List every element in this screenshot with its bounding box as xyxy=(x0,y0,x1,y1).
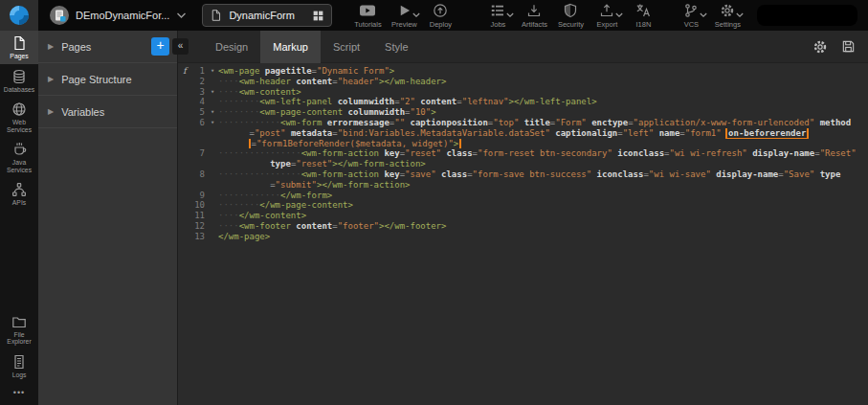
code-line[interactable]: ="post" metadata="bind:Variables.Metadat… xyxy=(178,128,868,139)
fold-arrow-icon[interactable]: ▾ xyxy=(207,87,218,98)
sidebar-item-logs[interactable]: Logs xyxy=(0,349,38,383)
gutter-spacer xyxy=(178,107,191,118)
code-line[interactable]: 12····<wm-footer content="footer"></wm-f… xyxy=(178,221,868,232)
tab-style[interactable]: Style xyxy=(372,31,420,63)
fold-arrow-icon[interactable]: ▾ xyxy=(207,66,218,77)
editor-settings-gear-icon[interactable] xyxy=(812,39,828,55)
code-line[interactable]: ="submit"></wm-form-action> xyxy=(178,180,868,191)
gutter-spacer xyxy=(178,97,191,107)
user-menu-redacted[interactable] xyxy=(757,5,857,26)
sidebar-item-file-explorer[interactable]: FileExplorer xyxy=(0,309,38,349)
code-line[interactable]: 5▾········<wm-page-content columnwidth="… xyxy=(178,107,868,118)
collapse-panel-button[interactable]: « xyxy=(172,38,189,55)
code-text: ············</wm-form> xyxy=(218,191,868,201)
video-icon xyxy=(359,3,376,18)
code-line[interactable]: 11····</wm-content> xyxy=(178,211,868,221)
gutter-spacer xyxy=(178,200,191,211)
sidebar-item-label: Pages xyxy=(10,53,28,60)
gutter-marker: f xyxy=(178,66,191,77)
fold-arrow-icon[interactable]: ▾ xyxy=(207,118,218,128)
chevron-down-icon xyxy=(700,12,707,18)
fold-spacer xyxy=(207,191,218,201)
topbar-action-deploy[interactable]: Deploy xyxy=(426,3,455,29)
project-selector[interactable]: DEmoDynamicFor... xyxy=(50,6,187,25)
code-text: ····<wm-footer content="footer"></wm-foo… xyxy=(218,221,868,232)
tab-design[interactable]: Design xyxy=(203,31,260,63)
code-line[interactable]: 4········<wm-left-panel columnwidth="2" … xyxy=(178,97,868,107)
sidebar-item-apis[interactable]: APIs xyxy=(0,177,38,211)
fold-arrow-icon[interactable]: ▾ xyxy=(207,107,218,118)
panel-section-label: Variables xyxy=(61,106,169,118)
code-line[interactable]: 10········</wm-page-content> xyxy=(178,200,868,211)
log-icon xyxy=(11,354,27,370)
code-line[interactable]: 8················<wm-form-action key="sa… xyxy=(178,169,868,180)
code-text: ="form1BeforeRender($metadata, widget)"> xyxy=(218,139,868,149)
add-page-button[interactable]: + xyxy=(151,37,169,56)
fold-spacer xyxy=(207,200,218,211)
code-line[interactable]: 7················<wm-form-action key="re… xyxy=(178,148,868,159)
topbar-action-tutorials[interactable]: Tutorials xyxy=(353,3,382,29)
topbar-action-vcs[interactable]: VCS xyxy=(677,3,705,29)
download-icon xyxy=(526,3,542,18)
sidebar-item-databases[interactable]: Databases xyxy=(0,64,38,98)
topbar-action-jobs[interactable]: Jobs xyxy=(483,3,512,29)
code-editor[interactable]: f1▾<wm-page pagetitle="Dynamic Form">2··… xyxy=(178,63,868,405)
tab-markup[interactable]: Markup xyxy=(260,31,321,63)
fold-spacer xyxy=(207,221,218,232)
page-tab-name: DynamicForm xyxy=(229,10,305,21)
topbar-action-i18n[interactable]: I18N xyxy=(629,3,657,29)
sidebar-item-label: Databases xyxy=(4,86,35,94)
upload-icon xyxy=(599,3,614,18)
line-number: 7 xyxy=(191,148,207,159)
fold-spacer xyxy=(207,159,218,169)
topbar-action-artifacts[interactable]: Artifacts xyxy=(520,3,548,29)
code-line[interactable]: ="form1BeforeRender($metadata, widget)"> xyxy=(178,139,868,149)
topbar-action-label: Jobs xyxy=(491,20,506,29)
line-number: 4 xyxy=(191,97,207,107)
tab-script[interactable]: Script xyxy=(321,31,372,63)
pages-panel: ▶Pages+▶Page Structure▶Variables xyxy=(38,31,178,405)
code-line[interactable]: 13</wm-page> xyxy=(178,232,868,242)
sidebar-item-pages[interactable]: Pages xyxy=(0,31,38,64)
chevron-down-icon xyxy=(506,12,514,18)
code-text: ········<wm-left-panel columnwidth="2" c… xyxy=(218,97,868,107)
sidebar-item-web-services[interactable]: WebServices xyxy=(0,97,38,137)
grid-icon[interactable] xyxy=(312,10,324,22)
code-line[interactable]: 2····<wm-header content="header"></wm-he… xyxy=(178,77,868,87)
line-number: 5 xyxy=(191,107,207,118)
code-text: ····<wm-header content="header"></wm-hea… xyxy=(218,77,868,87)
code-line[interactable]: 9············</wm-form> xyxy=(178,191,868,201)
wavemaker-logo[interactable] xyxy=(0,0,38,31)
chevron-down-icon xyxy=(176,12,187,19)
line-number: 6 xyxy=(191,118,207,128)
page-tab-dynamicform[interactable]: DynamicForm xyxy=(202,4,332,27)
panel-section-pages[interactable]: ▶Pages+ xyxy=(38,31,177,63)
save-icon[interactable] xyxy=(841,39,856,55)
panel-section-page-structure[interactable]: ▶Page Structure xyxy=(38,63,177,96)
left-icon-rail: PagesDatabasesWebServicesJavaServicesAPI… xyxy=(0,31,38,405)
topbar-action-export[interactable]: Export xyxy=(592,3,621,29)
code-line[interactable]: 3▾····<wm-content> xyxy=(178,87,868,98)
topbar-action-label: Security xyxy=(558,20,584,29)
code-text: ····</wm-content> xyxy=(218,211,868,221)
fold-spacer xyxy=(207,97,218,107)
gutter-spacer xyxy=(178,87,191,98)
sidebar-more-button[interactable]: ••• xyxy=(0,382,38,405)
sidebar-item-java-services[interactable]: JavaServices xyxy=(0,137,38,177)
line-number: 3 xyxy=(191,87,207,98)
sidebar-item-label: FileExplorer xyxy=(7,331,31,346)
code-line[interactable]: type="reset"></wm-form-action> xyxy=(178,159,868,169)
caret-right-icon: ▶ xyxy=(48,107,54,116)
topbar-action-settings[interactable]: Settings xyxy=(713,3,742,29)
code-line[interactable]: f1▾<wm-page pagetitle="Dynamic Form"> xyxy=(178,66,868,77)
topbar-action-label: Settings xyxy=(715,20,741,29)
code-line[interactable]: 6▾············<wm-form errormessage="" c… xyxy=(178,118,868,128)
code-text: ····<wm-content> xyxy=(218,87,868,98)
topbar-action-preview[interactable]: Preview xyxy=(389,3,418,29)
topbar-action-label: I18N xyxy=(636,20,652,29)
chevron-down-icon xyxy=(736,12,744,18)
panel-section-variables[interactable]: ▶Variables xyxy=(38,96,177,128)
topbar-action-security[interactable]: Security xyxy=(556,3,585,29)
code-text: ="post" metadata="bind:Variables.Metadat… xyxy=(218,128,868,139)
database-icon xyxy=(11,69,27,84)
